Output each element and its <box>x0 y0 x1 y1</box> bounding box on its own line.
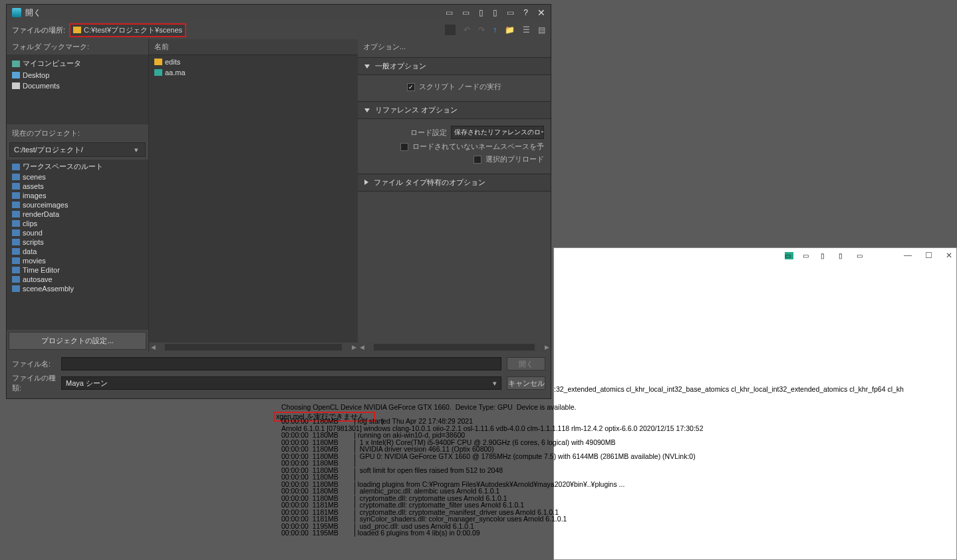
output-titlebar: ▭ ▭ ▯ ▯ ▭ — ☐ ✕ <box>554 248 956 263</box>
folder-icon <box>12 229 20 236</box>
load-dropdown[interactable]: 保存されたリファレンスのロード状態をロー <box>451 126 544 139</box>
tb-icon-5[interactable]: ▭ <box>507 8 514 17</box>
folder-icon <box>12 276 20 283</box>
tb-icon-4[interactable]: ▯ <box>493 8 497 17</box>
project-path-text: C:/test/プロジェクト/ <box>14 145 83 155</box>
ws-scenes[interactable]: scenes <box>7 172 148 182</box>
maximize-icon[interactable]: ☐ <box>925 251 932 260</box>
log-rest: 00:00:00 1180MB | log started Thu Apr 22… <box>281 418 704 537</box>
nav-fwd-icon[interactable]: ↷ <box>478 25 485 35</box>
right-scrollbar[interactable]: ◀▶ <box>358 343 551 352</box>
out-icon-3[interactable]: ▯ <box>821 252 829 259</box>
new-folder-icon[interactable]: 📁 <box>505 25 515 35</box>
workspace-list: ワークスペースのルート scenes assets images sourcei… <box>7 160 148 330</box>
file-item-edits[interactable]: edits <box>149 57 358 67</box>
tb-icon-1[interactable]: ▭ <box>446 8 453 17</box>
log-opencl-line: Choosing OpenCL Device NVIDIA GeForce GT… <box>281 404 577 411</box>
ws-data[interactable]: data <box>7 247 148 256</box>
pc-icon <box>12 61 20 67</box>
cb-ns-label: ロードされていないネームスペースを予 <box>412 142 544 152</box>
filetype-dropdown[interactable]: Maya シーン▾ <box>61 376 501 390</box>
ws-sourceimages[interactable]: sourceimages <box>7 200 148 210</box>
folder-icon <box>12 202 20 208</box>
left-column: フォルダ ブックマーク: マイコンピュータ Desktop Documents … <box>7 39 149 352</box>
desktop-icon <box>12 72 20 78</box>
bookmarks-list: マイコンピュータ Desktop Documents <box>7 55 148 124</box>
ws-sceneassembly[interactable]: sceneAssembly <box>7 284 148 293</box>
cancel-button[interactable]: キャンセル <box>507 376 545 390</box>
folder-icon <box>12 174 20 180</box>
help-icon[interactable]: ? <box>523 8 528 17</box>
bookmarks-header: フォルダ ブックマーク: <box>7 39 148 55</box>
folder-icon <box>12 267 20 273</box>
main-area: フォルダ ブックマーク: マイコンピュータ Desktop Documents … <box>7 39 551 352</box>
ws-images[interactable]: images <box>7 191 148 200</box>
expander-filetype[interactable]: ファイル タイプ特有のオプション <box>358 174 551 192</box>
nav-back-icon[interactable]: ↶ <box>464 25 470 35</box>
cb-script-label: スクリプト ノードの実行 <box>419 82 501 92</box>
open-button[interactable]: 開く <box>507 357 545 370</box>
out-icon-2[interactable]: ▭ <box>803 252 811 259</box>
doc-icon <box>12 82 20 89</box>
path-field[interactable]: C:¥test¥プロジェクト¥scenes <box>69 23 186 37</box>
ws-root[interactable]: ワークスペースのルート <box>7 161 148 172</box>
tb-icon-2[interactable]: ▭ <box>462 8 470 17</box>
bookmark-desktop[interactable]: Desktop <box>7 70 148 80</box>
filename-input[interactable] <box>61 357 501 370</box>
file-item-aa[interactable]: aa.ma <box>149 67 358 78</box>
out-icon-5[interactable]: ▭ <box>857 252 865 259</box>
ws-renderdata[interactable]: renderData <box>7 210 148 219</box>
name-column-header[interactable]: 名前 <box>149 39 358 55</box>
expander-reference[interactable]: リファレンス オプション <box>358 101 551 119</box>
cb-pre-label: 選択的プリロード <box>485 154 544 164</box>
project-settings-button[interactable]: プロジェクトの設定... <box>9 332 146 350</box>
ws-sound[interactable]: sound <box>7 228 148 237</box>
nav-up-icon[interactable]: ↑ <box>493 25 497 35</box>
cb-namespace[interactable] <box>400 143 408 151</box>
log-ext-line: :32_extended_atomics cl_khr_local_int32_… <box>554 386 904 393</box>
folder-icon <box>12 211 20 217</box>
center-column: 名前 edits aa.ma ◀▶ <box>149 39 358 352</box>
bookmark-mycomputer[interactable]: マイコンピュータ <box>7 57 148 70</box>
load-label: ロード設定 <box>410 128 447 138</box>
close-output-icon[interactable]: ✕ <box>946 251 952 260</box>
view-detail-icon[interactable]: ▤ <box>538 25 545 35</box>
right-column: オプション... 一般オプション ✓スクリプト ノードの実行 リファレンス オプ… <box>358 39 551 352</box>
view-list-icon[interactable]: ☰ <box>523 25 530 35</box>
ws-timeeditor[interactable]: Time Editor <box>7 265 148 275</box>
ws-scripts[interactable]: scripts <box>7 237 148 247</box>
folder-icon <box>12 285 20 292</box>
path-dropdown-icon[interactable] <box>445 25 456 35</box>
tb-icon-3[interactable]: ▯ <box>479 8 483 17</box>
folder-icon <box>12 220 20 227</box>
folder-icon <box>12 183 20 190</box>
path-text: C:¥test¥プロジェクト¥scenes <box>84 25 182 35</box>
expander-general[interactable]: 一般オプション <box>358 57 551 75</box>
cb-script[interactable]: ✓ <box>407 83 415 91</box>
ws-movies[interactable]: movies <box>7 256 148 265</box>
viewport-grid <box>548 125 957 250</box>
ws-clips[interactable]: clips <box>7 219 148 228</box>
out-icon-4[interactable]: ▯ <box>839 252 847 259</box>
bookmark-documents[interactable]: Documents <box>7 80 148 91</box>
project-header: 現在のプロジェクト: <box>7 126 148 141</box>
cb-preload[interactable] <box>474 156 481 164</box>
close-icon[interactable]: ✕ <box>537 7 545 18</box>
center-scrollbar[interactable]: ◀▶ <box>149 343 358 352</box>
ws-autosave[interactable]: autosave <box>7 275 148 284</box>
ma-file-icon <box>154 69 162 76</box>
dropdown-icon: ▾ <box>132 146 141 154</box>
folder-icon <box>12 257 20 264</box>
options-header: オプション... <box>358 39 551 55</box>
project-path-field[interactable]: C:/test/プロジェクト/ ▾ <box>9 142 146 157</box>
path-row: ファイルの場所: C:¥test¥プロジェクト¥scenes ↶ ↷ ↑ 📁 ☰… <box>7 21 551 39</box>
folder-icon <box>73 27 81 33</box>
ws-assets[interactable]: assets <box>7 182 148 191</box>
path-label: ファイルの場所: <box>12 25 65 35</box>
out-icon-1[interactable]: ▭ <box>785 252 793 259</box>
filetype-label: ファイルの種類: <box>12 373 56 393</box>
minimize-icon[interactable]: — <box>904 251 912 260</box>
folder-icon <box>12 248 20 255</box>
open-dialog: 開く ▭ ▭ ▯ ▯ ▭ ? ✕ ファイルの場所: C:¥test¥プロジェクト… <box>6 4 551 399</box>
file-list[interactable]: edits aa.ma <box>149 55 358 343</box>
